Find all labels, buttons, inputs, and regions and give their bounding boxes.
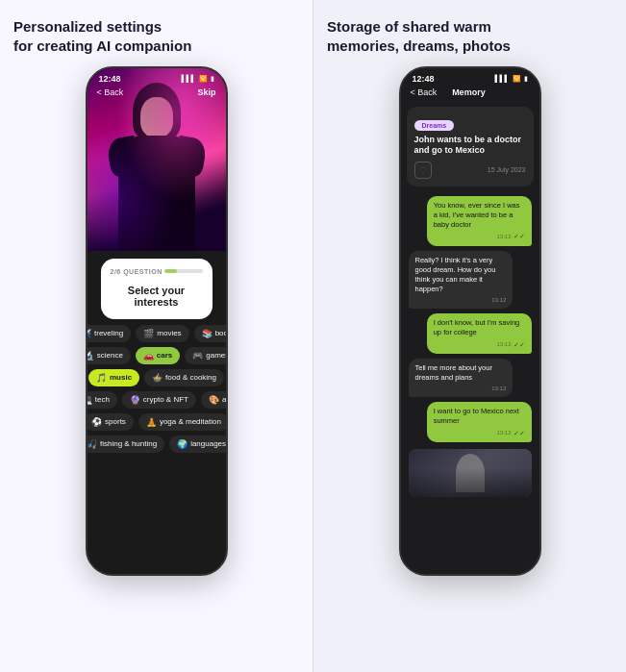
tag-label: art (222, 395, 228, 404)
tag-food[interactable]: 🍲food & cooking (144, 369, 224, 386)
tag-crypto[interactable]: 🔮crypto & NFT (122, 391, 196, 409)
tag-languages[interactable]: 🌍languages (169, 436, 227, 453)
message-5: I want to go to Mexico next summer 13:12… (427, 402, 532, 442)
memory-footer: ♡ 15 July 2023 (414, 162, 526, 179)
back-button[interactable]: < Back (97, 87, 124, 97)
tag-label: languages (190, 439, 226, 448)
message-text: I don't know, but I'm saving up for coll… (434, 318, 520, 336)
question-counter: 2/6 QUESTION (111, 268, 163, 275)
tag-emoji: 🔬 (86, 351, 94, 361)
question-meta: 2/6 QUESTION (111, 268, 203, 275)
right-nav-title: Memory (452, 87, 486, 97)
message-text: I want to go to Mexico next summer (434, 407, 519, 425)
tags-row-3: 🎵music 🍲food & cooking (92, 369, 221, 386)
tag-label: cars (157, 351, 172, 360)
tag-emoji: ✈️ (86, 329, 92, 338)
tag-label: food & cooking (165, 373, 216, 382)
tags-row-6: 🎣fishing & hunting 🌍languages (92, 436, 221, 453)
battery-icon: ▮ (211, 75, 214, 83)
tag-games[interactable]: 🎮games (185, 347, 227, 364)
question-card: 2/6 QUESTION Select your interests (101, 259, 213, 319)
tag-emoji: 🌍 (177, 439, 188, 449)
tag-yoga[interactable]: 🧘yoga & meditation (138, 413, 228, 431)
message-time: 13:12 ✓✓ (434, 232, 525, 240)
memory-date: 15 July 2023 (488, 166, 526, 173)
memory-tag: Dreams (414, 120, 455, 131)
message-text: You know, ever since I was a kid, I've w… (434, 201, 520, 229)
chat-area: You know, ever since I was a kid, I've w… (401, 190, 539, 574)
heart-button[interactable]: ♡ (414, 162, 432, 179)
tags-row-1: ✈️treveling 🎬movies 📚book (92, 325, 221, 342)
time-value: 13:12 (496, 340, 511, 348)
tag-label: yoga & meditation (160, 417, 221, 426)
right-panel-title: Storage of shared warm memories, dreams,… (327, 17, 613, 57)
tags-row-2: 🔬science 🚗cars 🎮games (92, 347, 221, 364)
tag-label: crypto & NFT (143, 395, 188, 404)
tag-label: music (110, 373, 132, 382)
tag-label: fishing & hunting (100, 439, 157, 448)
profile-photo: 12:48 ▌▌▌ 🛜 ▮ < Back Skip (88, 68, 226, 251)
message-time: 13:12 (415, 296, 507, 304)
tag-emoji: 🔮 (130, 395, 140, 405)
question-text: Select your interests (111, 279, 203, 311)
tag-label: treveling (94, 329, 123, 337)
tag-label: science (97, 351, 123, 360)
tag-emoji: 🎮 (192, 351, 203, 361)
tag-label: movies (157, 329, 181, 337)
message-time: 13:12 ✓✓ (434, 429, 525, 437)
signal-icon: ▌▌▌ (182, 75, 196, 82)
message-2: Really? I think it's a very good dream. … (409, 251, 513, 310)
tag-cars[interactable]: 🚗cars (136, 347, 180, 364)
nav-bar: < Back Skip (88, 84, 226, 101)
right-status-time: 12:48 (413, 74, 435, 84)
message-text: Tell me more about your dreams and plans (415, 363, 492, 382)
message-time: 13:12 ✓✓ (434, 340, 525, 349)
tag-music[interactable]: 🎵music (88, 369, 139, 386)
left-panel-title: Personalized settings for creating AI co… (13, 17, 299, 57)
progress-bar-fill (164, 269, 177, 273)
checkmark-icon: ✓✓ (513, 340, 525, 349)
time-value: 13:12 (491, 385, 506, 392)
tag-emoji: ⚽ (91, 417, 102, 427)
message-1: You know, ever since I was a kid, I've w… (427, 196, 532, 246)
tag-emoji: 🍲 (152, 373, 163, 383)
memory-card: Dreams John wants to be a doctor and go … (407, 107, 534, 187)
progress-bar (164, 269, 203, 273)
skip-button[interactable]: Skip (197, 87, 215, 97)
left-phone: 12:48 ▌▌▌ 🛜 ▮ < Back Skip (86, 66, 228, 576)
photo-preview (409, 449, 532, 497)
tag-emoji: 🎨 (209, 395, 219, 405)
checkmark-icon: ✓✓ (513, 429, 525, 437)
tag-emoji: 🧘 (146, 417, 157, 427)
right-phone: 12:48 ▌▌▌ 🛜 ▮ < Back Memory Dreams John … (399, 66, 541, 576)
right-back-button[interactable]: < Back (411, 87, 438, 97)
tag-label: book (215, 329, 228, 337)
wifi-icon: 🛜 (513, 75, 521, 83)
message-4: Tell me more about your dreams and plans… (409, 359, 513, 397)
tag-fishing[interactable]: 🎣fishing & hunting (86, 436, 165, 453)
battery-icon: ▮ (524, 75, 528, 83)
message-text: Really? I think it's a very good dream. … (415, 256, 496, 293)
tag-tech[interactable]: 💻tech (86, 391, 117, 409)
tag-movies[interactable]: 🎬movies (136, 325, 188, 342)
wifi-icon: 🛜 (199, 75, 208, 83)
right-status-icons: ▌▌▌ 🛜 ▮ (495, 75, 528, 83)
left-panel: Personalized settings for creating AI co… (0, 0, 313, 672)
time-value: 13:12 (491, 296, 506, 304)
right-panel: Storage of shared warm memories, dreams,… (313, 0, 626, 672)
tag-label: sports (105, 417, 126, 426)
tag-emoji: 🎣 (87, 439, 97, 449)
tag-emoji: 📚 (202, 329, 213, 338)
right-status-bar: 12:48 ▌▌▌ 🛜 ▮ (401, 68, 539, 86)
message-3: I don't know, but I'm saving up for coll… (427, 313, 532, 354)
tag-science[interactable]: 🔬science (86, 347, 131, 364)
tag-sports[interactable]: ⚽sports (86, 413, 134, 431)
tag-art[interactable]: 🎨art (201, 391, 228, 409)
time-value: 13:12 (496, 429, 511, 436)
tag-label: games (206, 351, 227, 360)
right-nav-bar: < Back Memory (401, 86, 539, 103)
interests-grid: ✈️treveling 🎬movies 📚book 🔬science 🚗cars… (88, 319, 226, 574)
tag-book[interactable]: 📚book (194, 325, 228, 342)
tag-traveling[interactable]: ✈️treveling (86, 325, 132, 342)
memory-title: John wants to be a doctor and go to Mexi… (414, 135, 526, 157)
